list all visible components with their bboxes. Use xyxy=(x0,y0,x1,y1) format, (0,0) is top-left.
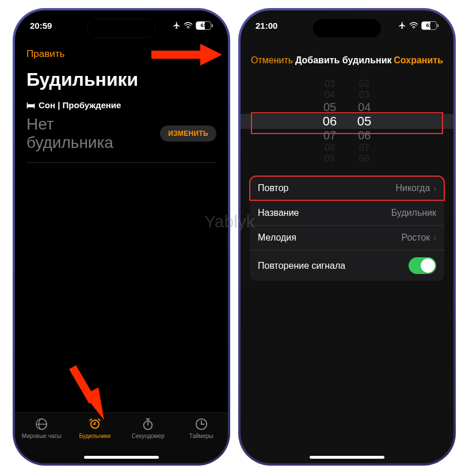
setting-snooze: Повторение сигнала xyxy=(250,250,444,281)
tab-alarms[interactable]: Будильники xyxy=(68,417,122,439)
wifi-icon xyxy=(409,22,418,29)
status-icons: 61 xyxy=(398,21,439,30)
modal-title: Добавить будильник xyxy=(295,55,392,66)
cancel-button[interactable]: Отменить xyxy=(251,55,293,66)
home-indicator[interactable] xyxy=(310,456,384,459)
dynamic-island xyxy=(87,18,156,38)
save-button[interactable]: Сохранить xyxy=(394,55,443,66)
chevron-right-icon: › xyxy=(433,233,436,242)
page-title: Будильники xyxy=(26,69,138,90)
battery-icon: 61 xyxy=(421,21,439,30)
edit-button[interactable]: Править xyxy=(26,48,64,60)
status-time: 20:59 xyxy=(30,21,52,31)
tab-label: Мировые часы xyxy=(22,433,62,439)
no-alarm-row: Нет будильника ИЗМЕНИТЬ xyxy=(26,115,216,163)
tab-label: Таймеры xyxy=(189,433,213,439)
alarm-settings-panel: Повтор Никогда › Название Будильник Мело… xyxy=(250,176,444,281)
bed-icon: 🛏 xyxy=(26,100,35,110)
svg-line-12 xyxy=(73,367,93,402)
screen-right: 21:00 61 Отменить Добавить будильник Сох… xyxy=(241,10,453,463)
stopwatch-icon xyxy=(141,417,155,431)
tab-timers[interactable]: Таймеры xyxy=(175,417,228,439)
time-picker-selected: 0605 xyxy=(241,114,453,129)
sleep-wake-header: 🛏 Сон | Пробуждение xyxy=(26,100,121,110)
nav-bar: Править + xyxy=(15,43,228,66)
svg-point-14 xyxy=(413,28,414,29)
home-indicator[interactable] xyxy=(84,456,159,459)
sleep-wake-label: Сон | Пробуждение xyxy=(39,100,121,110)
wifi-icon xyxy=(184,22,193,29)
time-picker[interactable]: 0302 0403 0504 0605 0706 0807 0908 xyxy=(241,78,453,165)
tab-label: Секундомер xyxy=(132,433,165,439)
tab-label: Будильники xyxy=(79,433,110,439)
change-button[interactable]: ИЗМЕНИТЬ xyxy=(160,125,216,142)
setting-repeat[interactable]: Повтор Никогда › xyxy=(250,176,444,201)
add-alarm-button[interactable]: + xyxy=(207,46,216,62)
no-alarm-text: Нет будильника xyxy=(26,115,130,152)
tab-stopwatch[interactable]: Секундомер xyxy=(121,417,175,439)
setting-name[interactable]: Название Будильник xyxy=(250,201,444,226)
dynamic-island xyxy=(312,18,382,38)
phone-left: 20:59 61 Править + Будильники 🛏 Сон | Пр… xyxy=(13,8,230,466)
airplane-mode-icon xyxy=(173,21,181,29)
timer-icon xyxy=(195,417,208,431)
battery-icon: 61 xyxy=(196,21,213,30)
status-icons: 61 xyxy=(173,21,213,30)
alarm-icon xyxy=(88,417,102,431)
modal-nav: Отменить Добавить будильник Сохранить xyxy=(241,55,453,66)
screen-left: 20:59 61 Править + Будильники 🛏 Сон | Пр… xyxy=(15,10,228,463)
setting-sound[interactable]: Мелодия Росток › xyxy=(250,226,444,250)
snooze-toggle[interactable] xyxy=(409,257,436,274)
tab-world-clock[interactable]: Мировые часы xyxy=(15,417,68,439)
status-time: 21:00 xyxy=(256,21,277,31)
globe-icon xyxy=(35,417,48,431)
airplane-mode-icon xyxy=(398,21,406,29)
phone-right: 21:00 61 Отменить Добавить будильник Сох… xyxy=(238,8,456,466)
svg-point-0 xyxy=(188,28,189,29)
chevron-right-icon: › xyxy=(433,184,436,193)
